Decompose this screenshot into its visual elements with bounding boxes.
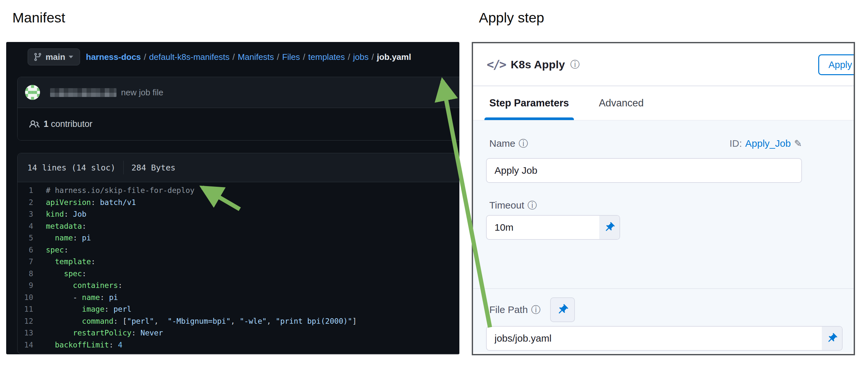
code-brackets-icon: </> xyxy=(487,58,505,71)
code-line: 10 - name: pi xyxy=(18,292,459,304)
code-text: containers: xyxy=(46,281,122,289)
name-field-row: Name ⓘ ID: Apply_Job ✎ xyxy=(489,138,802,149)
breadcrumb-separator: / xyxy=(144,52,146,62)
name-info-icon[interactable]: ⓘ xyxy=(519,139,528,148)
line-number[interactable]: 6 xyxy=(18,246,33,254)
breadcrumb-item-templates[interactable]: templates xyxy=(308,52,345,62)
stats-divider xyxy=(123,161,124,174)
code-line: 12 command: ["perl", "-Mbignum=bpi", "-w… xyxy=(18,315,459,327)
edit-id-pencil-icon[interactable]: ✎ xyxy=(794,138,802,149)
code-text: template: xyxy=(46,257,95,266)
file-content-box: 14 lines (14 sloc) 284 Bytes 1# harness.… xyxy=(17,153,459,354)
k8s-apply-step-panel: </> K8s Apply ⓘ Apply Step ParametersAdv… xyxy=(472,42,855,355)
breadcrumb-separator: / xyxy=(277,52,279,62)
breadcrumb-separator: / xyxy=(372,52,374,62)
code-line: 2apiVersion: batch/v1 xyxy=(18,196,459,209)
file-path-info-icon[interactable]: ⓘ xyxy=(531,305,540,315)
form-section-divider xyxy=(473,288,854,289)
code-line: 14 backoffLimit: 4 xyxy=(18,339,459,351)
line-number[interactable]: 8 xyxy=(18,269,33,278)
breadcrumb-item-Files[interactable]: Files xyxy=(282,52,300,62)
branch-name: main xyxy=(45,52,65,62)
id-value-link[interactable]: Apply_Job xyxy=(745,138,791,149)
chevron-down-icon xyxy=(69,56,73,58)
commit-box: new job file 1 contributor xyxy=(17,77,459,141)
step-title-info-icon[interactable]: ⓘ xyxy=(570,60,580,69)
timeout-field-label: Timeout ⓘ xyxy=(489,200,537,211)
manifest-section-title: Manifest xyxy=(12,10,65,26)
line-number[interactable]: 11 xyxy=(18,305,33,313)
step-id-row: ID: Apply_Job ✎ xyxy=(730,138,802,149)
line-number[interactable]: 9 xyxy=(18,281,33,289)
apply-step-section-title: Apply step xyxy=(479,10,544,26)
code-text: backoffLimit: 4 xyxy=(46,341,122,349)
code-lines: 1# harness.io/skip-file-for-deploy2apiVe… xyxy=(18,182,459,354)
code-line: 4metadata: xyxy=(18,220,459,232)
code-line: 8 spec: xyxy=(18,268,459,280)
file-path-label-row: File Path ⓘ xyxy=(489,297,575,322)
code-text: image: perl xyxy=(46,305,131,313)
file-line-count: 14 lines (14 sloc) xyxy=(27,163,116,173)
branch-selector-button[interactable]: main xyxy=(28,49,80,65)
tab-step-parameters[interactable]: Step Parameters xyxy=(489,86,569,120)
line-number[interactable]: 10 xyxy=(18,293,33,302)
code-line: 7 template: xyxy=(18,256,459,268)
file-path-pin-button[interactable] xyxy=(550,297,575,322)
file-path-input-wrap xyxy=(486,326,843,351)
line-number[interactable]: 14 xyxy=(18,341,33,349)
code-text: kind: Job xyxy=(46,210,87,218)
line-number[interactable]: 1 xyxy=(18,186,33,194)
breadcrumb-item-jobs[interactable]: jobs xyxy=(353,52,369,62)
id-label: ID: xyxy=(730,138,742,149)
code-line: 9 containers: xyxy=(18,279,459,292)
timeout-info-icon[interactable]: ⓘ xyxy=(527,201,537,210)
code-text: restartPolicy: Never xyxy=(46,329,163,337)
timeout-input-wrap xyxy=(486,215,620,240)
code-line: 5 name: pi xyxy=(18,232,459,244)
tab-advanced[interactable]: Advanced xyxy=(599,86,644,120)
code-text: command: ["perl", "-Mbignum=bpi", "-wle"… xyxy=(46,317,357,325)
line-number[interactable]: 13 xyxy=(18,329,33,337)
file-path-pin-toggle[interactable] xyxy=(822,327,842,350)
step-title: K8s Apply xyxy=(511,58,565,71)
file-path-input[interactable] xyxy=(486,326,843,351)
file-stats-bar: 14 lines (14 sloc) 284 Bytes xyxy=(18,153,459,182)
code-text: apiVersion: batch/v1 xyxy=(46,198,136,207)
apply-changes-button[interactable]: Apply xyxy=(818,54,855,75)
line-number[interactable]: 12 xyxy=(18,317,33,325)
breadcrumb-item-default-k8s-manifests[interactable]: default-k8s-manifests xyxy=(149,52,229,62)
step-tabs: Step ParametersAdvanced xyxy=(473,86,854,120)
latest-commit-row: new job file xyxy=(18,77,459,108)
name-input[interactable] xyxy=(486,158,802,183)
code-text: metadata: xyxy=(46,222,87,231)
contributors-row[interactable]: 1 contributor xyxy=(18,108,459,140)
file-size: 284 Bytes xyxy=(131,163,175,173)
code-line: 13 restartPolicy: Never xyxy=(18,327,459,339)
line-number[interactable]: 7 xyxy=(18,257,33,266)
code-text: name: pi xyxy=(46,234,91,242)
code-line: 1# harness.io/skip-file-for-deploy xyxy=(18,184,459,196)
file-path-field-label: File Path ⓘ xyxy=(489,304,540,315)
git-branch-icon xyxy=(33,52,42,61)
line-number[interactable]: 4 xyxy=(18,222,33,231)
code-line: 3kind: Job xyxy=(18,208,459,220)
breadcrumb-item-Manifests[interactable]: Manifests xyxy=(238,52,274,62)
avatar[interactable] xyxy=(25,85,40,100)
breadcrumb-item-harness-docs[interactable]: harness-docs xyxy=(86,52,141,62)
timeout-pin-toggle[interactable] xyxy=(599,216,619,239)
name-field-label: Name ⓘ xyxy=(489,138,528,149)
line-number[interactable]: 2 xyxy=(18,198,33,207)
code-text: # harness.io/skip-file-for-deploy xyxy=(46,186,194,194)
breadcrumb-separator: / xyxy=(303,52,305,62)
breadcrumb-separator: / xyxy=(348,52,350,62)
contributor-count: 1 contributor xyxy=(43,119,92,129)
code-text: spec: xyxy=(46,269,87,278)
line-number[interactable]: 3 xyxy=(18,210,33,218)
breadcrumb: harness-docs/default-k8s-manifests/Manif… xyxy=(86,42,411,72)
line-number[interactable]: 5 xyxy=(18,234,33,242)
code-text: - name: pi xyxy=(46,293,118,302)
step-parameters-form: Name ⓘ ID: Apply_Job ✎ Timeout ⓘ xyxy=(473,120,854,353)
commit-message: new job file xyxy=(121,88,163,98)
code-line: 6spec: xyxy=(18,244,459,256)
github-file-panel: main harness-docs/default-k8s-manifests/… xyxy=(6,42,459,354)
